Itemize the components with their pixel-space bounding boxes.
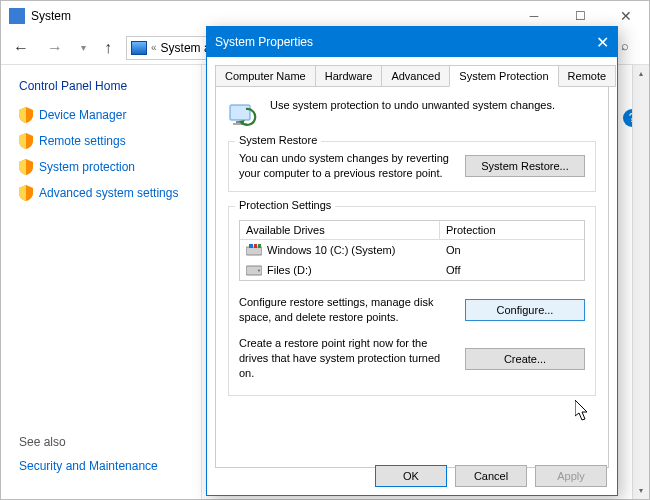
drive-name: Files (D:) xyxy=(267,264,312,276)
svg-rect-4 xyxy=(249,244,253,248)
intro-text: Use system protection to undo unwanted s… xyxy=(270,99,555,111)
group-legend: System Restore xyxy=(235,134,321,146)
tab-system-protection[interactable]: System Protection xyxy=(449,65,558,87)
shield-icon xyxy=(19,185,33,201)
tab-panel: Use system protection to undo unwanted s… xyxy=(215,86,609,468)
drive-icon xyxy=(246,244,262,256)
create-description: Create a restore point right now for the… xyxy=(239,336,455,381)
drives-table[interactable]: Available Drives Protection Windows 10 (… xyxy=(239,220,585,281)
ok-button[interactable]: OK xyxy=(375,465,447,487)
monitor-icon xyxy=(131,41,147,55)
sidebar-item-label: Advanced system settings xyxy=(39,186,178,200)
cancel-button[interactable]: Cancel xyxy=(455,465,527,487)
nav-dropdown-icon[interactable]: ▾ xyxy=(77,42,90,53)
tab-hardware[interactable]: Hardware xyxy=(315,65,383,87)
drive-status: On xyxy=(440,242,584,258)
main-title: System xyxy=(31,9,511,23)
sidebar-item-label: Device Manager xyxy=(39,108,126,122)
drive-name: Windows 10 (C:) (System) xyxy=(267,244,395,256)
svg-point-8 xyxy=(258,269,260,271)
tab-advanced[interactable]: Advanced xyxy=(381,65,450,87)
sidebar-header[interactable]: Control Panel Home xyxy=(19,79,195,93)
create-button[interactable]: Create... xyxy=(465,348,585,370)
group-legend: Protection Settings xyxy=(235,199,335,211)
nav-up-icon[interactable]: ↑ xyxy=(100,39,116,57)
system-restore-button[interactable]: System Restore... xyxy=(465,155,585,177)
protection-settings-group: Protection Settings Available Drives Pro… xyxy=(228,206,596,396)
svg-rect-6 xyxy=(258,244,261,248)
sidebar-item-advanced-settings[interactable]: Advanced system settings xyxy=(19,185,195,201)
svg-rect-0 xyxy=(230,105,250,120)
col-header-drives: Available Drives xyxy=(240,221,440,240)
system-properties-dialog: System Properties ✕ Computer Name Hardwa… xyxy=(206,26,618,496)
dialog-titlebar: System Properties ✕ xyxy=(207,27,617,57)
sidebar-item-device-manager[interactable]: Device Manager xyxy=(19,107,195,123)
svg-rect-3 xyxy=(246,247,262,255)
dialog-title: System Properties xyxy=(215,35,579,49)
system-protection-icon xyxy=(228,99,260,131)
system-restore-group: System Restore You can undo system chang… xyxy=(228,141,596,192)
see-also-label: See also xyxy=(19,435,66,449)
system-icon xyxy=(9,8,25,24)
tab-remote[interactable]: Remote xyxy=(558,65,617,87)
sidebar-item-system-protection[interactable]: System protection xyxy=(19,159,195,175)
tab-strip: Computer Name Hardware Advanced System P… xyxy=(215,65,609,87)
drive-icon xyxy=(246,264,262,276)
svg-rect-5 xyxy=(254,244,257,248)
scrollbar[interactable]: ▴ ▾ xyxy=(632,65,649,499)
see-also-link[interactable]: Security and Maintenance xyxy=(19,459,158,473)
tab-computer-name[interactable]: Computer Name xyxy=(215,65,316,87)
drive-status: Off xyxy=(440,262,584,278)
table-row[interactable]: Files (D:) Off xyxy=(240,260,584,280)
configure-button[interactable]: Configure... xyxy=(465,299,585,321)
col-header-protection: Protection xyxy=(440,221,584,240)
dialog-close-button[interactable]: ✕ xyxy=(579,33,609,52)
shield-icon xyxy=(19,107,33,123)
nav-forward-icon[interactable]: → xyxy=(43,39,67,57)
sidebar-item-label: Remote settings xyxy=(39,134,126,148)
sidebar: Control Panel Home Device Manager Remote… xyxy=(1,65,201,499)
sidebar-item-label: System protection xyxy=(39,160,135,174)
scroll-down-icon[interactable]: ▾ xyxy=(633,482,649,499)
table-row[interactable]: Windows 10 (C:) (System) On xyxy=(240,240,584,260)
search-icon[interactable]: ⌕ xyxy=(621,38,641,58)
shield-icon xyxy=(19,133,33,149)
shield-icon xyxy=(19,159,33,175)
nav-back-icon[interactable]: ← xyxy=(9,39,33,57)
configure-description: Configure restore settings, manage disk … xyxy=(239,295,455,325)
apply-button[interactable]: Apply xyxy=(535,465,607,487)
sidebar-item-remote-settings[interactable]: Remote settings xyxy=(19,133,195,149)
scroll-up-icon[interactable]: ▴ xyxy=(633,65,649,82)
restore-description: You can undo system changes by reverting… xyxy=(239,151,455,181)
